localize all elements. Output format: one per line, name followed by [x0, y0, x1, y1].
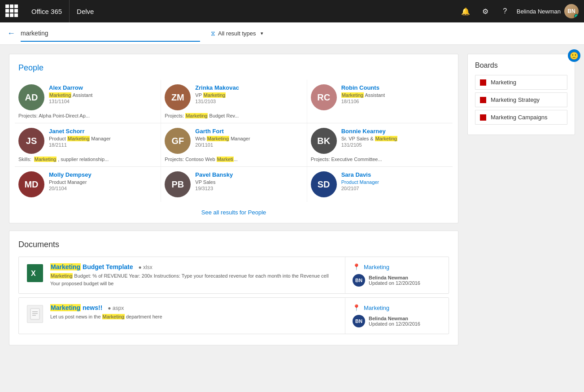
person-info-sara: Sara Davis Product Manager 20/2107: [341, 171, 379, 193]
doc-left-2: Marketing news!! ● aspx Let us post news…: [19, 298, 345, 334]
person-detail: Projects: Alpha Point-Direct Ap...: [18, 113, 157, 118]
person-ext: 18/1106: [341, 99, 385, 104]
people-section: AD Alex Darrow Marketing Assistant 131/1…: [9, 80, 458, 202]
document-item-2[interactable]: Marketing news!! ● aspx Let us post news…: [18, 297, 449, 334]
doc-author-avatar-2: BN: [353, 315, 365, 327]
person-ext: 20/1101: [195, 142, 250, 148]
person-name: Pavel Bansky: [195, 171, 233, 178]
person-info-bonnie: Bonnie Kearney Sr. VP Sales & Marketing …: [341, 128, 397, 149]
pin-icon-1: 📍: [353, 263, 360, 270]
help-button[interactable]: ?: [497, 3, 513, 19]
avatar: BN: [564, 4, 579, 18]
filter-dropdown[interactable]: ⧖ All result types ▾: [211, 30, 263, 37]
people-row-2: JS Janet Schorr Product Marketing Manage…: [15, 123, 453, 167]
pin-icon-2: 📍: [353, 304, 360, 311]
avatar-garth: GF: [165, 128, 191, 154]
person-name: Molly Dempsey: [49, 171, 92, 178]
person-robin-counts[interactable]: RC Robin Counts Marketing Assistant 18/1…: [307, 80, 453, 123]
person-title: Sr. VP Sales & Marketing: [341, 135, 397, 142]
back-button[interactable]: ←: [7, 29, 15, 38]
doc-left-1: X Marketing Budget Template ● xlsx Marke…: [19, 257, 345, 293]
board-name: Marketing: [491, 79, 516, 86]
person-title: Marketing Assistant: [341, 92, 385, 99]
person-info-garth: Garth Fort Web Marketing Manager 20/1101: [195, 128, 250, 149]
person-detail: [311, 113, 449, 118]
person-janet-schorr[interactable]: JS Janet Schorr Product Marketing Manage…: [15, 123, 161, 166]
person-garth-fort[interactable]: GF Garth Fort Web Marketing Manager 20/1…: [161, 123, 306, 166]
board-item-marketing-strategy[interactable]: Marketing Strategy: [475, 92, 567, 107]
boards-title: Boards: [475, 61, 567, 70]
person-name: Robin Counts: [341, 84, 385, 91]
main-content: People AD Alex Darrow Marketing Assistan…: [0, 45, 584, 354]
person-title: Product Manager: [341, 179, 379, 186]
people-row-1: AD Alex Darrow Marketing Assistant 131/1…: [15, 80, 453, 123]
doc-updated-1: Updated on 12/20/2016: [369, 280, 420, 286]
person-alex-darrow[interactable]: AD Alex Darrow Marketing Assistant 131/1…: [15, 80, 161, 123]
person-detail: Projects: Executive Committee...: [311, 157, 449, 162]
doc-author-1: BN Belinda Newman Updated on 12/20/2016: [353, 274, 441, 287]
notification-button[interactable]: 🔔: [458, 3, 474, 19]
doc-title-1: Marketing Budget Template ● xlsx: [50, 263, 338, 270]
documents-card: Documents X: [9, 231, 458, 345]
documents-list: X Marketing Budget Template ● xlsx Marke…: [9, 257, 458, 345]
generic-icon-2: [26, 304, 44, 324]
doc-desc-1: Marketing Budget: % of REVENUE Year: 200…: [50, 272, 338, 287]
user-menu[interactable]: Belinda Newman BN: [517, 4, 579, 18]
board-item-marketing-campaigns[interactable]: Marketing Campaigns: [475, 110, 567, 125]
delve-title[interactable]: Delve: [70, 8, 101, 15]
person-detail: Projects: Marketing Budget Rev...: [165, 113, 303, 118]
person-ext: 131/2103: [195, 99, 239, 104]
person-ext: 131/2105: [341, 142, 397, 148]
doc-location-name-1: Marketing: [364, 264, 389, 270]
person-detail: Skills: Marketing , supplier relationshi…: [18, 157, 157, 162]
person-info-zrinka: Zrinka Makovac VP Marketing 131/2103: [195, 84, 239, 106]
documents-section-title: Documents: [9, 231, 458, 257]
board-name: Marketing Campaigns: [491, 114, 547, 121]
person-title: Web Marketing Manager: [195, 135, 250, 142]
person-ext: 18/2111: [49, 142, 111, 148]
person-bonnie-kearney[interactable]: BK Bonnie Kearney Sr. VP Sales & Marketi…: [307, 123, 453, 166]
person-molly-dempsey[interactable]: MD Molly Dempsey Product Manager 20/1104: [15, 167, 161, 202]
search-bar: ← ⧖ All result types ▾: [0, 22, 584, 45]
person-sara-davis[interactable]: SD Sara Davis Product Manager 20/2107: [307, 167, 453, 202]
people-section-title: People: [9, 54, 458, 80]
doc-ext-1: ● xlsx: [138, 264, 152, 270]
person-title: Marketing Assistant: [49, 92, 92, 99]
doc-location-name-2: Marketing: [364, 305, 389, 311]
search-input[interactable]: [21, 26, 200, 42]
doc-author-info-1: Belinda Newman Updated on 12/20/2016: [369, 275, 420, 286]
person-name: Alex Darrow: [49, 84, 92, 91]
person-ext: 20/2107: [341, 186, 379, 191]
top-nav: Office 365 Delve 🔔 ⚙ ? Belinda Newman BN: [0, 0, 584, 22]
person-title: VP Sales: [195, 179, 233, 186]
board-item-marketing[interactable]: Marketing: [475, 75, 567, 90]
nav-right: 🔔 ⚙ ? Belinda Newman BN: [458, 3, 579, 19]
office365-title[interactable]: Office 365: [24, 0, 70, 22]
document-item-1[interactable]: X Marketing Budget Template ● xlsx Marke…: [18, 257, 449, 294]
waffle-icon[interactable]: [5, 4, 19, 18]
person-pavel-bansky[interactable]: PB Pavel Bansky VP Sales 19/3123: [161, 167, 306, 202]
board-color-dot: [480, 114, 486, 121]
person-detail: Projects: Contoso Web Marketi...: [165, 157, 303, 162]
avatar-pavel: PB: [165, 171, 191, 197]
person-name: Zrinka Makovac: [195, 84, 239, 91]
avatar-bonnie: BK: [311, 128, 337, 154]
doc-location-1: 📍 Marketing: [353, 263, 441, 270]
right-panel: Boards Marketing Marketing Strategy Mark…: [467, 54, 575, 345]
person-zrinka-makovac[interactable]: ZM Zrinka Makovac VP Marketing 131/2103 …: [161, 80, 306, 123]
person-title: Product Manager: [49, 179, 92, 186]
person-name: Janet Schorr: [49, 128, 111, 135]
avatar-robin: RC: [311, 84, 337, 110]
feedback-button[interactable]: 🙂: [568, 49, 580, 62]
people-card: People AD Alex Darrow Marketing Assistan…: [9, 54, 458, 223]
person-name: Sara Davis: [341, 171, 379, 178]
filter-label: All result types: [218, 30, 256, 37]
doc-author-info-2: Belinda Newman Updated on 12/20/2016: [369, 316, 420, 327]
board-name: Marketing Strategy: [491, 96, 540, 103]
see-all-people-link[interactable]: See all results for People: [9, 202, 458, 223]
settings-button[interactable]: ⚙: [477, 3, 493, 19]
doc-updated-2: Updated on 12/20/2016: [369, 321, 420, 327]
filter-icon: ⧖: [211, 30, 215, 37]
doc-right-2: 📍 Marketing BN Belinda Newman Updated on…: [345, 298, 449, 334]
svg-text:X: X: [31, 270, 36, 277]
